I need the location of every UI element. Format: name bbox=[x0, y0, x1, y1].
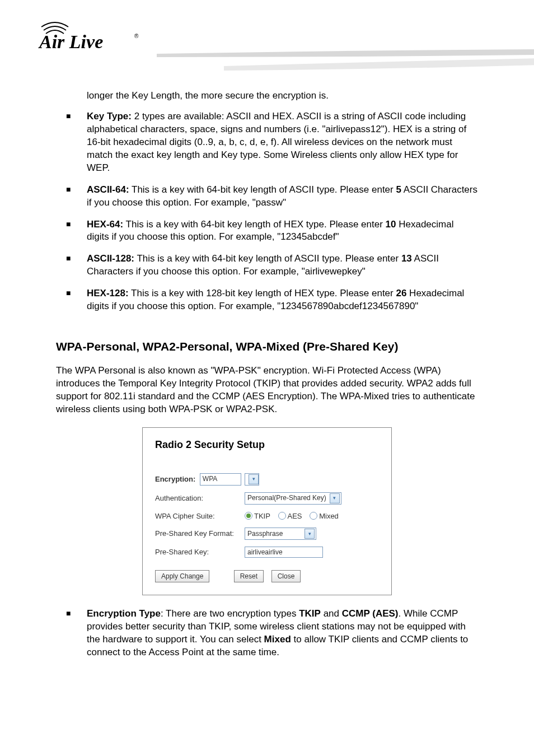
brand-logo: Air Live ® bbox=[38, 16, 150, 56]
item-body: : There are two encryption types bbox=[161, 608, 299, 619]
list-item: Key Type: 2 types are available: ASCII a… bbox=[56, 110, 478, 175]
apply-change-button[interactable]: Apply Change bbox=[155, 570, 209, 582]
radio-icon bbox=[245, 512, 252, 520]
item-body: This is a key with 64-bit key length of … bbox=[129, 184, 396, 195]
encryption-select-arrow[interactable]: ▾ bbox=[245, 473, 259, 486]
cipher-option-label: TKIP bbox=[254, 512, 270, 520]
item-body: This is a key with 128-bit key length of… bbox=[129, 288, 396, 298]
chevron-down-icon: ▾ bbox=[330, 493, 340, 503]
psk-format-select-value: Passphrase bbox=[247, 529, 301, 538]
item-bold: TKIP bbox=[299, 608, 321, 619]
key-options-list: Key Type: 2 types are available: ASCII a… bbox=[56, 110, 478, 313]
radio-icon bbox=[310, 512, 317, 520]
encryption-label: Encryption: bbox=[155, 474, 195, 483]
svg-text:®: ® bbox=[134, 33, 139, 39]
cipher-option-label: Mixed bbox=[319, 512, 339, 520]
item-bold-number: 26 bbox=[396, 288, 406, 298]
cipher-radio-mixed[interactable]: Mixed bbox=[310, 512, 339, 520]
chevron-down-icon: ▾ bbox=[249, 474, 259, 484]
cipher-label: WPA Cipher Suite: bbox=[155, 511, 245, 521]
item-body: This is a key with 64-bit key length of … bbox=[123, 219, 385, 230]
item-body: This is a key with 64-bit key length of … bbox=[134, 253, 401, 264]
psk-format-select[interactable]: Passphrase ▾ bbox=[245, 528, 316, 540]
psk-label: Pre-Shared Key: bbox=[155, 547, 245, 557]
chevron-down-icon: ▾ bbox=[305, 529, 315, 539]
list-item: Encryption Type: There are two encryptio… bbox=[56, 608, 478, 659]
section-heading: WPA-Personal, WPA2-Personal, WPA-Mixed (… bbox=[56, 339, 478, 354]
encryption-select-value: WPA bbox=[203, 474, 240, 483]
item-title: Encryption Type bbox=[87, 608, 161, 619]
item-body: and bbox=[321, 608, 342, 619]
cipher-radio-aes[interactable]: AES bbox=[278, 512, 302, 520]
item-body: 2 types are available: ASCII and HEX. AS… bbox=[87, 111, 466, 173]
item-title: HEX-128: bbox=[87, 288, 129, 298]
reset-button[interactable]: Reset bbox=[234, 570, 264, 582]
authentication-select-value: Personal(Pre-Shared Key) bbox=[247, 493, 326, 502]
item-bold: CCMP (AES) bbox=[342, 608, 399, 619]
cipher-option-label: AES bbox=[288, 512, 302, 520]
encryption-select[interactable]: WPA bbox=[200, 473, 241, 486]
item-title: ASCII-128: bbox=[87, 253, 134, 264]
encryption-type-list: Encryption Type: There are two encryptio… bbox=[56, 608, 478, 659]
list-item: HEX-128: This is a key with 128-bit key … bbox=[56, 287, 478, 313]
authentication-select[interactable]: Personal(Pre-Shared Key) ▾ bbox=[245, 492, 341, 505]
item-bold: Mixed bbox=[264, 634, 291, 645]
cipher-radio-tkip[interactable]: TKIP bbox=[245, 512, 270, 520]
authentication-label: Authentication: bbox=[155, 493, 245, 503]
list-item: HEX-64: This is a key with 64-bit key le… bbox=[56, 218, 478, 244]
list-item: ASCII-64: This is a key with 64-bit key … bbox=[56, 184, 478, 209]
item-title: HEX-64: bbox=[87, 219, 123, 230]
item-bold-number: 13 bbox=[401, 253, 412, 264]
item-bold-number: 10 bbox=[386, 219, 396, 230]
dialog-title: Radio 2 Security Setup bbox=[155, 438, 379, 451]
item-bold-number: 5 bbox=[396, 184, 401, 195]
security-setup-dialog: Radio 2 Security Setup Encryption: WPA ▾… bbox=[142, 427, 392, 595]
psk-input-value: airliveairlive bbox=[247, 548, 283, 557]
paragraph-continuation: longer the Key Length, the more secure t… bbox=[56, 90, 478, 102]
psk-input[interactable]: airliveairlive bbox=[245, 547, 323, 558]
svg-text:Air Live: Air Live bbox=[38, 31, 103, 52]
header-swoosh-decoration bbox=[157, 49, 534, 73]
close-button[interactable]: Close bbox=[271, 570, 301, 582]
section-paragraph: The WPA Personal is also known as "WPA-P… bbox=[56, 365, 478, 416]
item-title: Key Type: bbox=[87, 111, 132, 122]
psk-format-label: Pre-Shared Key Format: bbox=[155, 529, 245, 539]
item-title: ASCII-64: bbox=[87, 184, 129, 195]
radio-icon bbox=[278, 512, 286, 520]
list-item: ASCII-128: This is a key with 64-bit key… bbox=[56, 253, 478, 278]
